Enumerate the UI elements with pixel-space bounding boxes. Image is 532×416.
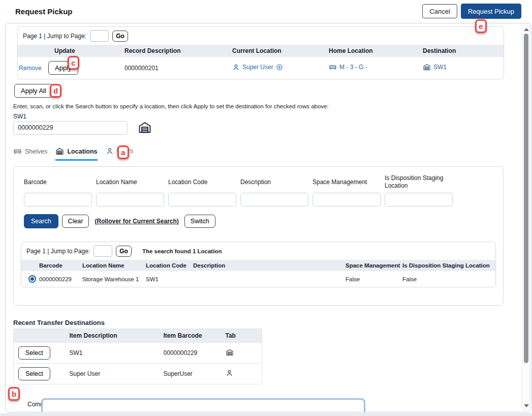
go-button[interactable]: Go [116, 246, 132, 257]
label-location-code: Location Code [168, 179, 236, 186]
search-field-inputs [24, 193, 496, 206]
warehouse-icon[interactable] [138, 121, 152, 135]
search-buttons-row: Search Clear (Rollover for Current Searc… [24, 214, 496, 228]
user-icon [106, 147, 114, 155]
scrollbar-thumb[interactable] [524, 34, 528, 363]
destination-input-row [13, 121, 152, 135]
scroll-down-arrow-icon[interactable] [524, 404, 529, 407]
vertical-scrollbar[interactable] [522, 24, 530, 411]
select-column-header [14, 329, 70, 343]
pickup-table: Update Record Description Current Locati… [18, 45, 504, 79]
pickup-items-section: Page 1 | Jump to Page: Go Update Record … [17, 26, 504, 79]
request-pickup-button[interactable]: Request Pickup [461, 4, 521, 19]
column-header-description: Description [193, 260, 346, 271]
selected-location-label: SW1 [13, 113, 26, 120]
label-space-management: Space Management [312, 179, 381, 186]
current-location-cell[interactable]: Super User [232, 64, 283, 71]
user-icon [226, 369, 233, 377]
user-icon [232, 64, 240, 71]
column-header-location-code: Location Code [146, 260, 193, 271]
results-header-row: Barcode Location Name Location Code Desc… [21, 260, 495, 271]
column-header-destination: Destination [423, 45, 504, 57]
destination-barcode-input[interactable] [13, 121, 128, 135]
search-results-section: Page 1 | Jump to Page: Go The search fou… [21, 242, 496, 287]
go-button[interactable]: Go [112, 31, 128, 42]
main-panel: Page 1 | Jump to Page: Go Update Record … [5, 23, 531, 412]
tab-locations[interactable]: Locations [55, 147, 97, 161]
column-header-space-management: Space Management [346, 260, 402, 271]
shelf-icon [13, 147, 22, 156]
table-row: 0000000229 Storage Warehouse 1 SW1 False… [21, 271, 495, 287]
location-name-cell: Storage Warehouse 1 [82, 271, 146, 287]
column-header-item-barcode: Item Barcode [164, 329, 226, 343]
jump-to-page-input[interactable] [90, 30, 109, 42]
location-code-input[interactable] [168, 193, 236, 206]
space-management-input[interactable] [312, 193, 381, 206]
select-button[interactable]: Select [18, 367, 50, 380]
column-header-tab: Tab [226, 329, 262, 343]
cancel-button[interactable]: Cancel [422, 4, 457, 18]
search-results-summary: The search found 1 Location [142, 248, 222, 254]
row-radio-selected[interactable] [28, 275, 36, 283]
recent-transfer-destinations-title: Recent Transfer Destinations [13, 319, 105, 326]
space-management-cell: False [346, 271, 402, 287]
tab-shelves[interactable]: Shelves [13, 147, 47, 159]
column-header-update: Update [48, 45, 124, 57]
results-pagination: Page 1 | Jump to Page: Go The search fou… [21, 242, 495, 260]
column-header-record-description: Record Description [124, 45, 232, 57]
warehouse-icon [423, 63, 431, 71]
search-results-table: Barcode Location Name Location Code Desc… [21, 260, 495, 287]
record-description-cell: 0000000201 [124, 57, 232, 79]
is-disposition-staging-location-input[interactable] [385, 193, 453, 206]
select-button[interactable]: Select [18, 346, 50, 360]
label-is-disposition-staging-location: Is Disposition Staging Location [385, 174, 453, 190]
location-tabs: Shelves Locations Users [13, 147, 133, 161]
column-header-is-disposition-staging-location: Is Disposition Staging Location [402, 260, 495, 271]
warehouse-icon [55, 147, 64, 156]
home-location-cell: M - 3 - G - [329, 63, 367, 71]
pickup-pagination: Page 1 | Jump to Page: Go [18, 27, 504, 45]
clear-button[interactable]: Clear [62, 215, 89, 228]
comments-textarea[interactable] [41, 398, 365, 412]
item-barcode-cell: 0000000229 [164, 343, 226, 364]
pagination-label: Page 1 | Jump to Page: [23, 33, 86, 40]
pickup-table-header-row: Update Record Description Current Locati… [18, 45, 504, 57]
barcode-input[interactable] [24, 193, 92, 206]
warehouse-icon [226, 348, 234, 356]
header-actions: Cancel Request Pickup [422, 4, 521, 19]
destination-cell: SW1 [423, 63, 447, 71]
location-search-panel: Barcode Location Name Location Code Desc… [13, 166, 504, 306]
item-description-cell: Super User [70, 364, 164, 384]
description-cell [193, 271, 346, 287]
radio-column-header [21, 260, 39, 271]
apply-all-button[interactable]: Apply All [14, 84, 53, 98]
remove-column-header [18, 45, 48, 57]
column-header-location-name: Location Name [82, 260, 146, 271]
top-header: Request Pickup Cancel Request Pickup [0, 0, 532, 22]
column-header-item-description: Item Description [70, 329, 164, 343]
remove-link[interactable]: Remove [19, 65, 42, 72]
page-bottom-strip [0, 413, 532, 416]
search-field-labels: Barcode Location Name Location Code Desc… [24, 174, 496, 190]
recent-header-row: Item Description Item Barcode Tab [14, 329, 262, 343]
item-description-cell: SW1 [70, 343, 164, 364]
table-row: Remove Apply 0000000201 Super User [18, 57, 504, 79]
plus-circle-icon[interactable] [276, 64, 283, 71]
jump-to-page-input[interactable] [93, 245, 112, 257]
annotation-c: c [68, 56, 79, 70]
scroll-up-arrow-icon[interactable] [524, 28, 529, 31]
shelf-icon [329, 63, 337, 71]
pagination-label: Page 1 | Jump to Page: [26, 248, 90, 255]
column-header-home-location: Home Location [329, 45, 423, 57]
location-code-cell: SW1 [146, 271, 193, 287]
description-input[interactable] [240, 193, 308, 206]
location-name-input[interactable] [96, 193, 164, 206]
rollover-current-search-link[interactable]: (Rollover for Current Search) [95, 218, 178, 225]
switch-button[interactable]: Switch [184, 215, 215, 228]
item-barcode-cell: SuperUser [164, 364, 226, 384]
column-header-current-location: Current Location [232, 45, 329, 57]
annotation-e: e [475, 19, 487, 33]
page-title: Request Pickup [15, 7, 73, 16]
table-row: Select SW1 0000000229 [14, 343, 262, 364]
search-button[interactable]: Search [24, 214, 58, 228]
